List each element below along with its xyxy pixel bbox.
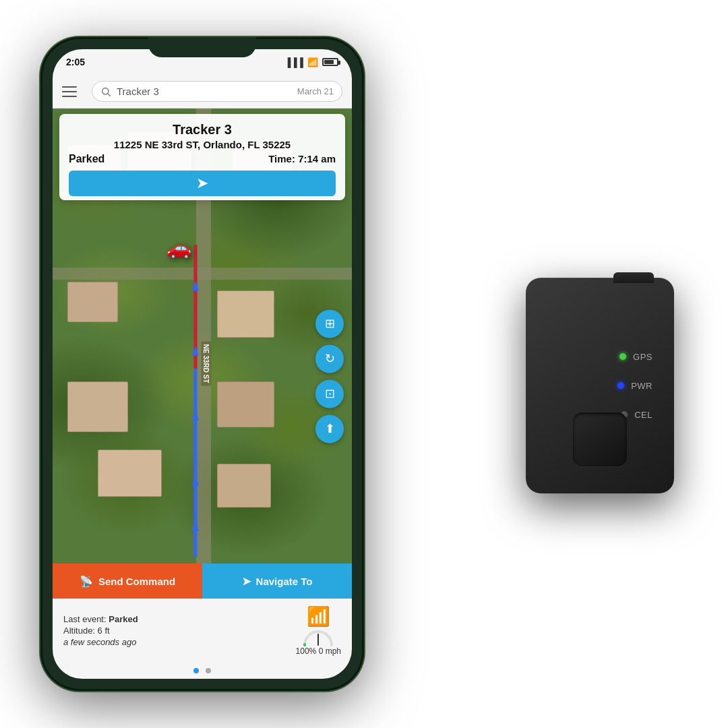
popup-status: Parked [69, 153, 104, 165]
svg-marker-6 [192, 411, 199, 420]
info-left: Last event: Parked Altitude: 6 ft a few … [63, 614, 138, 647]
navigate-arrow-icon: ➤ [196, 175, 208, 192]
speed-value: 0 mph [319, 646, 341, 656]
share-icon: ⬆ [325, 421, 335, 436]
signal-bars-icon: ▐▐▐ [284, 57, 303, 67]
pwr-led [617, 382, 624, 389]
altitude-value: 6 ft [98, 626, 110, 636]
cel-label: CEL [634, 410, 653, 420]
refresh-button[interactable]: ↻ [315, 344, 344, 373]
time-label: Time: [268, 153, 295, 164]
pwr-label: PWR [631, 381, 653, 391]
status-time: 2:05 [66, 57, 85, 67]
phone-notch [148, 37, 256, 57]
action-buttons: 📡 Send Command ➤ Navigate To [53, 564, 352, 599]
search-bar: Tracker 3 March 21 [53, 75, 352, 109]
pwr-led-row: PWR [617, 381, 653, 391]
gps-label: GPS [633, 352, 653, 362]
device-main-button[interactable] [573, 413, 627, 466]
device-top-bump [613, 272, 654, 283]
search-date: March 21 [297, 86, 334, 96]
info-row: Last event: Parked Altitude: 6 ft a few … [53, 599, 352, 663]
dot-1[interactable] [193, 668, 199, 673]
last-event-value: Parked [109, 614, 138, 624]
car-tracker-icon: 🚗 [166, 236, 191, 260]
battery-icon [322, 58, 338, 66]
gps-device: GPS PWR CEL [526, 278, 674, 493]
svg-line-1 [108, 94, 111, 96]
popup-time: Time: 7:14 am [268, 153, 336, 165]
navigate-button[interactable]: ➤ Navigate To [202, 564, 352, 599]
altitude-text: Altitude: 6 ft [63, 626, 138, 636]
status-icons: ▐▐▐ 📶 [284, 57, 338, 67]
speed-gauge [302, 628, 334, 646]
altitude-label: Altitude: [63, 626, 95, 636]
svg-marker-5 [192, 346, 199, 355]
scene: 2:05 ▐▐▐ 📶 [0, 0, 728, 728]
page-dots [53, 663, 352, 679]
popup-status-row: Parked Time: 7:14 am [69, 153, 336, 165]
send-command-label: Send Command [98, 576, 175, 587]
wifi-signal-icon: 📶 [307, 605, 330, 628]
layers-button[interactable]: ⊞ [315, 309, 344, 338]
bottom-bar: 📡 Send Command ➤ Navigate To Last event:… [53, 564, 352, 679]
svg-marker-4 [192, 281, 199, 291]
phone-screen: 2:05 ▐▐▐ 📶 [53, 49, 352, 679]
map-side-buttons: ⊞ ↻ ⊡ ⬆ [315, 309, 344, 443]
layers-icon: ⊞ [325, 316, 335, 331]
signal-gauge-wrap: 📶 100% 0 mph [296, 605, 341, 656]
wifi-icon: 📶 [307, 57, 318, 67]
gps-led [619, 353, 626, 360]
navigate-icon: ➤ [242, 575, 251, 588]
search-wrapper[interactable]: Tracker 3 March 21 [92, 81, 342, 102]
battery-pct: 100% [296, 646, 317, 656]
info-popup: Tracker 3 11225 NE 33rd ST, Orlando, FL … [59, 114, 345, 200]
search-icon [100, 86, 111, 97]
popup-tracker-name: Tracker 3 [69, 122, 336, 138]
search-input-text: Tracker 3 [117, 86, 292, 97]
svg-point-0 [102, 88, 109, 94]
popup-navigate-button[interactable]: ➤ [69, 171, 336, 196]
popup-address: 11225 NE 33rd ST, Orlando, FL 35225 [69, 139, 336, 150]
save-button[interactable]: ⊡ [315, 380, 344, 408]
time-value: 7:14 am [298, 153, 336, 164]
info-right: 📶 100% 0 mph [296, 605, 341, 656]
send-command-button[interactable]: 📡 Send Command [53, 564, 202, 599]
map-area[interactable]: 🚗 NE 33RD ST Tracker 3 11225 NE 33rd ST,… [53, 109, 352, 564]
last-event-label: Last event: [63, 614, 107, 624]
refresh-icon: ↻ [325, 351, 335, 366]
dot-2[interactable] [206, 668, 211, 673]
send-command-icon: 📡 [80, 575, 93, 588]
svg-marker-8 [192, 521, 199, 530]
menu-button[interactable] [62, 81, 84, 102]
save-icon: ⊡ [325, 386, 335, 401]
navigate-label: Navigate To [256, 576, 313, 587]
phone: 2:05 ▐▐▐ 📶 [40, 37, 364, 691]
speed-stats: 100% 0 mph [296, 646, 341, 656]
last-event-text: Last event: Parked [63, 614, 138, 624]
gps-led-row: GPS [619, 352, 653, 362]
share-button[interactable]: ⬆ [315, 415, 344, 443]
svg-marker-7 [192, 476, 199, 485]
time-ago-text: a few seconds ago [63, 637, 138, 647]
